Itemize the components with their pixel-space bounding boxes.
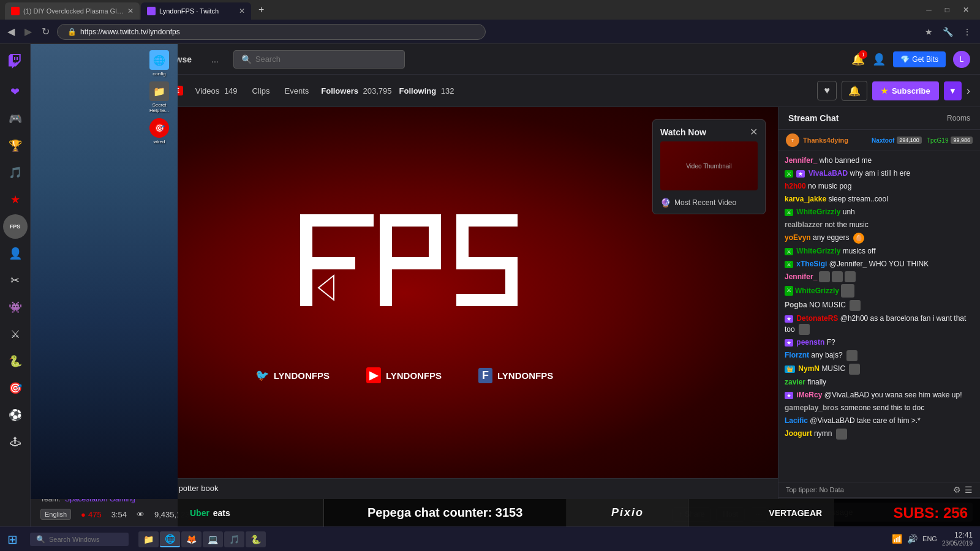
msg-username-florznt[interactable]: Florznt [785, 351, 809, 359]
msg-username-pogba[interactable]: Pogba [785, 301, 807, 309]
twitch-logo-nav[interactable] [3, 49, 28, 73]
watch-now-close-button[interactable]: ✕ [750, 126, 758, 138]
youtube-link[interactable]: ▶ LYNDONFPS [366, 367, 442, 383]
msg-username-gameplay[interactable]: gameplay_bros [785, 403, 839, 412]
nav-browse-icon[interactable]: 🎮 [3, 107, 28, 131]
thumb-image: Video Thumbnail [660, 141, 758, 190]
msg-username-jennifer[interactable]: Jennifer_ [785, 156, 817, 165]
nav-controller-icon[interactable]: 🕹 [3, 430, 28, 454]
settings-icon[interactable]: ⚙ [953, 485, 961, 495]
nav-person-icon[interactable]: 👤 [3, 241, 28, 266]
msg-username-zavier[interactable]: zavier [785, 378, 805, 386]
nav-fps-icon[interactable]: FPS [3, 214, 28, 239]
msg-username-vivalabad[interactable]: VivaLaBAD [809, 169, 848, 178]
desktop-icon-2[interactable]: 📁 Secret Helphe... [147, 81, 172, 113]
taskbar-sound-icon[interactable]: 🔊 [907, 534, 918, 544]
msg-username-nymn[interactable]: NymN [798, 364, 820, 373]
rooms-button[interactable]: Rooms [947, 114, 970, 122]
list-icon[interactable]: ☰ [965, 485, 973, 495]
taskbar-item-ie[interactable]: 🦊 [181, 531, 202, 547]
taskbar-item-fe[interactable]: 📁 [138, 531, 159, 547]
more-options-icon[interactable]: › [967, 84, 970, 97]
extensions-icon[interactable]: 🔧 [939, 24, 957, 39]
menu-icon[interactable]: ⋮ [959, 24, 975, 39]
profile-icon[interactable]: 👤 [872, 53, 886, 66]
followers-stat: Followers 203,795 [321, 86, 391, 96]
nav-scissors-icon[interactable]: ✂ [3, 268, 28, 293]
nav-alien-icon[interactable]: 👾 [3, 295, 28, 320]
nav-target-icon[interactable]: 🎯 [3, 376, 28, 400]
nav-esports-icon[interactable]: 🏆 [3, 133, 28, 158]
close-button[interactable]: ✕ [957, 3, 975, 17]
taskbar: ⊞ 🔍 📁 🌐 🦊 💻 🎵 🐍 📶 🔊 ENG 12:41 23/05/2019 [0, 527, 980, 551]
msg-username-peenstn[interactable]: peenstn [796, 338, 824, 347]
tab-2-close[interactable]: ✕ [239, 7, 245, 15]
watch-now-thumbnail[interactable]: Video Thumbnail [660, 141, 758, 190]
top-tipper-bar: Top tipper: No Data ⚙ ☰ [778, 482, 980, 497]
back-button[interactable]: ◀ [5, 23, 17, 40]
taskbar-item-chrome[interactable]: 🌐 [160, 531, 180, 547]
desktop-icon-3[interactable]: 🎯 wired [147, 118, 172, 144]
tipper-label: Top tipper: No Data [786, 486, 844, 493]
window-controls: ─ □ ✕ [920, 3, 975, 17]
videos-nav-item[interactable]: Videos 149 [190, 84, 243, 98]
clips-nav-item[interactable]: Clips [247, 84, 275, 98]
minimize-button[interactable]: ─ [920, 3, 938, 17]
msg-username-wg2[interactable]: WhiteGrizzly [796, 247, 840, 255]
msg-username-j2[interactable]: Jennifer_ [785, 271, 817, 282]
taskbar-search-input[interactable] [49, 536, 123, 543]
search-container[interactable]: 🔍 [233, 50, 405, 69]
msg-username-h2h00[interactable]: h2h00 [785, 182, 806, 190]
nav-sword-icon[interactable]: ⚔ [3, 322, 28, 347]
msg-username-karva[interactable]: karva_jakke [785, 195, 826, 203]
get-bits-button[interactable]: 💎 Get Bits [893, 51, 946, 67]
tab-1-close[interactable]: ✕ [127, 7, 134, 15]
facebook-link[interactable]: f LYNDONFPS [478, 368, 553, 383]
new-tab-button[interactable]: + [252, 4, 270, 15]
bookmark-icon[interactable]: ★ [921, 24, 937, 39]
browser-tab-1[interactable]: (1) DIY Overclocked Plasma Glo... ✕ [5, 2, 140, 20]
start-button[interactable]: ⊞ [0, 532, 25, 547]
svg-rect-4 [300, 257, 355, 269]
msg-username-imercy[interactable]: iMeRcy [796, 391, 822, 399]
subscribe-button[interactable]: ★ Subscribe [872, 81, 939, 100]
forward-button[interactable]: ▶ [22, 23, 34, 40]
chat-msg-whitegrizzly1: ⚔ WhiteGrizzly unh [785, 206, 974, 217]
username-thanks[interactable]: Thanks4dying [803, 137, 848, 144]
nav-music-icon[interactable]: 🎵 [3, 160, 28, 185]
watch-now-label[interactable]: 🔮 Most Recent Video [653, 195, 765, 214]
notifications-button[interactable]: 🔔 [842, 81, 867, 101]
user-avatar[interactable]: L [953, 51, 970, 68]
desktop-icon-1[interactable]: 🌐 config [147, 50, 172, 77]
taskbar-item-app[interactable]: 💻 [203, 531, 223, 547]
taskbar-network-icon[interactable]: 📶 [892, 534, 902, 544]
msg-username-wg1[interactable]: WhiteGrizzly [796, 208, 840, 216]
nav-following-icon[interactable]: ❤ [3, 80, 28, 104]
twitter-link[interactable]: 🐦 LYNDONFPS [255, 369, 330, 382]
more-link[interactable]: ... [206, 52, 224, 67]
taskbar-search[interactable]: 🔍 [30, 533, 129, 546]
nav-snake-icon[interactable]: 🐍 [3, 349, 28, 373]
nav-football-icon[interactable]: ⚽ [3, 403, 28, 427]
msg-username-yoevyn[interactable]: yoEvyn [785, 233, 811, 242]
msg-username-rb[interactable]: realblazzer [785, 220, 823, 229]
msg-username-joogurt[interactable]: Joogurt [785, 429, 812, 438]
watch-now-header: Watch Now ✕ [653, 120, 765, 141]
heart-button[interactable]: ♥ [817, 81, 837, 100]
notification-icon[interactable]: 🔔 1 [851, 53, 865, 66]
events-nav-item[interactable]: Events [280, 84, 314, 98]
taskbar-item-app3[interactable]: 🐍 [246, 531, 266, 547]
refresh-button[interactable]: ↻ [39, 23, 52, 40]
maximize-button[interactable]: □ [939, 3, 956, 17]
msg-username-lacific[interactable]: Lacific [785, 416, 808, 425]
msg-username-det[interactable]: DetonateRS [796, 314, 838, 323]
msg-username-wg3[interactable]: WhiteGrizzly [795, 285, 839, 296]
subscribe-dropdown-button[interactable]: ▼ [944, 81, 962, 100]
address-bar[interactable]: 🔒 https://www.twitch.tv/lyndonfps [57, 24, 486, 40]
msg-username-xts[interactable]: xTheSigi [796, 260, 827, 268]
taskbar-item-app2[interactable]: 🎵 [224, 531, 244, 547]
search-input[interactable] [255, 54, 397, 64]
nav-star-icon[interactable]: ★ [3, 187, 28, 212]
browser-tab-2[interactable]: LyndonFPS · Twitch ✕ [141, 2, 251, 20]
chat-msg-realblazzer: realblazzer not the music [785, 219, 974, 230]
